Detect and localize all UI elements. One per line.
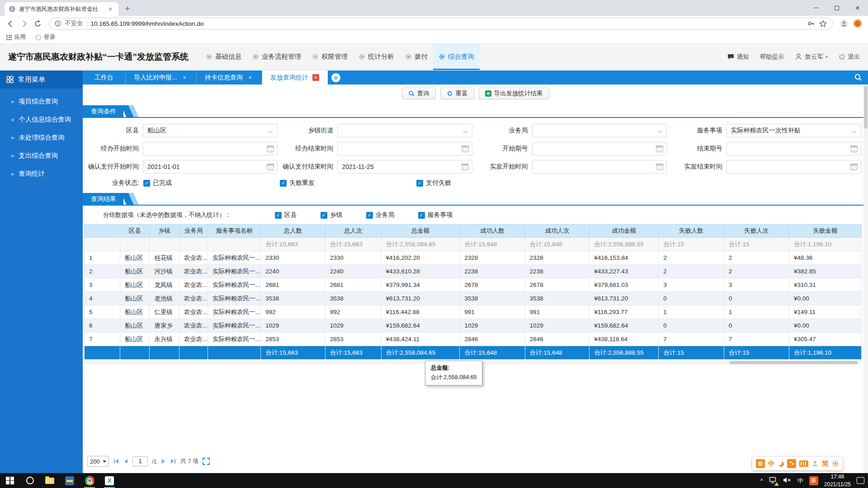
chrome-taskbar-button[interactable] bbox=[80, 473, 99, 488]
nav-item[interactable]: 基础信息 bbox=[200, 44, 247, 70]
spreadsheet-app-button[interactable]: X bbox=[99, 473, 119, 488]
sidebar-item[interactable]: »个人信息综合查询 bbox=[0, 110, 83, 128]
volume-muted-icon[interactable] bbox=[783, 477, 792, 485]
date-input-field[interactable] bbox=[726, 142, 861, 155]
close-icon[interactable]: × bbox=[312, 74, 319, 81]
date-input-field[interactable]: 2021-01-01 bbox=[143, 160, 278, 174]
pinned-app-button[interactable] bbox=[60, 473, 80, 488]
date-input-field[interactable] bbox=[532, 160, 667, 174]
calendar-icon[interactable] bbox=[462, 164, 469, 170]
notice-link[interactable]: 通知 bbox=[727, 53, 749, 61]
page-input[interactable]: 1 bbox=[132, 456, 148, 466]
prev-page-button[interactable] bbox=[123, 458, 128, 465]
calendar-icon[interactable] bbox=[462, 145, 469, 152]
user-menu[interactable]: 詹云军 ▾ bbox=[795, 53, 828, 61]
nav-item[interactable]: 拨付 bbox=[400, 44, 433, 70]
reset-button[interactable]: 重置 bbox=[440, 88, 474, 99]
reload-icon[interactable] bbox=[32, 18, 43, 29]
export-button[interactable]: 导出发放统计结果 bbox=[479, 88, 549, 99]
table-row[interactable]: 6船山区唐家乡农业农...实际种粮农民一...10291029¥159,682.… bbox=[85, 319, 862, 333]
hidden-icons-button[interactable]: ^ bbox=[760, 477, 763, 484]
checkbox-checked[interactable]: ✓业务局 bbox=[366, 211, 395, 219]
app-tab[interactable]: 发放查询统计× bbox=[262, 70, 328, 84]
app-tab[interactable]: 工作台 bbox=[83, 70, 126, 84]
date-input-field[interactable] bbox=[143, 142, 278, 155]
nav-item[interactable]: 统计分析 bbox=[353, 44, 400, 70]
profile-avatar-icon[interactable] bbox=[838, 18, 850, 29]
table-row[interactable]: 1船山区桂花镇农业农...实际种粮农民一...23302330¥416,202.… bbox=[85, 251, 862, 265]
search-icon[interactable] bbox=[854, 73, 862, 83]
new-tab-button[interactable]: + bbox=[121, 2, 134, 15]
query-button[interactable]: 查询 bbox=[402, 88, 436, 99]
gear-icon[interactable] bbox=[832, 460, 839, 467]
calendar-icon[interactable] bbox=[850, 164, 858, 170]
checkbox-checked[interactable]: ✓失败重发 bbox=[280, 179, 416, 187]
fullscreen-icon[interactable] bbox=[203, 458, 210, 465]
first-page-button[interactable] bbox=[113, 458, 119, 465]
forward-icon[interactable] bbox=[18, 18, 30, 29]
tab-overflow-button[interactable] bbox=[331, 73, 340, 82]
sidebar-item[interactable]: »项目综合查询 bbox=[0, 92, 83, 110]
bookmark-login[interactable]: 登录 bbox=[36, 33, 55, 41]
table-row[interactable]: 5船山区仁里镇农业农...实际种粮农民一...992992¥116,442.88… bbox=[85, 305, 862, 319]
next-page-button[interactable] bbox=[161, 458, 166, 465]
total-row[interactable]: 合计:15,663合计:15,663合计:2,558,084.65合计:15,6… bbox=[85, 346, 862, 360]
half-full-width-icon[interactable] bbox=[778, 461, 784, 467]
ime-logo-icon[interactable]: 极 bbox=[756, 459, 765, 468]
sidebar-item[interactable]: »支出综合查询 bbox=[0, 146, 83, 164]
chevron-down-icon[interactable] bbox=[269, 129, 273, 133]
date-input-field[interactable]: 2021-11-25 bbox=[337, 160, 472, 174]
close-icon[interactable]: × bbox=[181, 74, 188, 81]
table-row[interactable]: 7船山区永兴镇农业农...实际种粮农民一...28532853¥438,424.… bbox=[85, 333, 862, 346]
browser-tab[interactable]: 遂宁市惠民惠农财政补贴资金社 × bbox=[5, 2, 118, 16]
nav-item[interactable]: 业务流程管理 bbox=[247, 44, 307, 70]
calendar-icon[interactable] bbox=[267, 164, 274, 170]
security-label[interactable]: 不安全 bbox=[65, 19, 83, 28]
keyboard-icon[interactable] bbox=[799, 460, 808, 467]
date-input-field[interactable] bbox=[337, 142, 472, 155]
select-field[interactable]: 实际种粮农民一次性补贴 bbox=[726, 124, 861, 137]
calendar-icon[interactable] bbox=[656, 145, 663, 152]
voice-input-icon[interactable] bbox=[787, 459, 796, 468]
simplified-chinese-icon[interactable]: 简 bbox=[822, 460, 829, 468]
select-field[interactable]: 船山区 bbox=[143, 124, 278, 137]
table-row[interactable]: 2船山区河沙镇农业农...实际种粮农民一...22402240¥433,610.… bbox=[85, 265, 862, 278]
extension-badge-icon[interactable] bbox=[852, 18, 863, 29]
key-icon[interactable] bbox=[807, 20, 815, 27]
start-button[interactable] bbox=[0, 473, 20, 488]
cortana-button[interactable] bbox=[20, 473, 40, 488]
checkbox-checked[interactable]: ✓乡镇 bbox=[321, 211, 343, 219]
bookmark-apps[interactable]: 应用 bbox=[6, 33, 26, 41]
chevron-down-icon[interactable] bbox=[463, 129, 467, 133]
chevron-down-icon[interactable] bbox=[657, 129, 662, 133]
table-row[interactable]: 3船山区龙凤镇农业农...实际种粮农民一...26812681¥379,991.… bbox=[85, 278, 862, 292]
sidebar-item[interactable]: »未处理综合查询 bbox=[0, 128, 83, 146]
bookmark-star-icon[interactable] bbox=[819, 20, 827, 28]
ime-mode-indicator[interactable]: 中 bbox=[797, 477, 803, 485]
last-page-button[interactable] bbox=[170, 458, 176, 465]
table-row[interactable]: 4船山区老池镇农业农...实际种粮农民一...35383538¥613,731.… bbox=[85, 292, 862, 305]
window-close-button[interactable]: × bbox=[847, 0, 868, 16]
date-input-field[interactable] bbox=[726, 160, 861, 174]
ime-tray-icon[interactable]: 极 bbox=[809, 476, 818, 485]
select-field[interactable] bbox=[337, 124, 472, 137]
back-icon[interactable] bbox=[5, 18, 16, 29]
url-text[interactable]: 10.165.65.109:9999/hmhn/indexAction.do bbox=[91, 20, 204, 27]
page-size-select[interactable]: 200 bbox=[87, 456, 109, 467]
chevron-down-icon[interactable] bbox=[852, 129, 857, 133]
ime-chinese-mode[interactable]: 中 bbox=[768, 460, 775, 468]
network-status-icon[interactable] bbox=[769, 477, 777, 485]
vertical-scrollbar[interactable] bbox=[863, 84, 868, 473]
window-minimize-button[interactable] bbox=[806, 0, 826, 16]
action-center-icon[interactable] bbox=[857, 477, 864, 484]
app-tab[interactable]: 导入比对申报...× bbox=[126, 70, 197, 84]
calendar-icon[interactable] bbox=[656, 164, 663, 170]
tab-close-icon[interactable]: × bbox=[107, 5, 114, 13]
sidebar-item[interactable]: »查询统计 bbox=[0, 164, 83, 183]
checkbox-checked[interactable]: ✓已完成 bbox=[143, 179, 280, 187]
checkbox-checked[interactable]: ✓支付失败 bbox=[416, 179, 553, 187]
logout-button[interactable]: 退出 bbox=[839, 53, 860, 61]
checkbox-checked[interactable]: ✓服务事项 bbox=[418, 211, 453, 219]
close-icon[interactable]: × bbox=[247, 74, 254, 81]
person-icon[interactable] bbox=[811, 460, 819, 467]
